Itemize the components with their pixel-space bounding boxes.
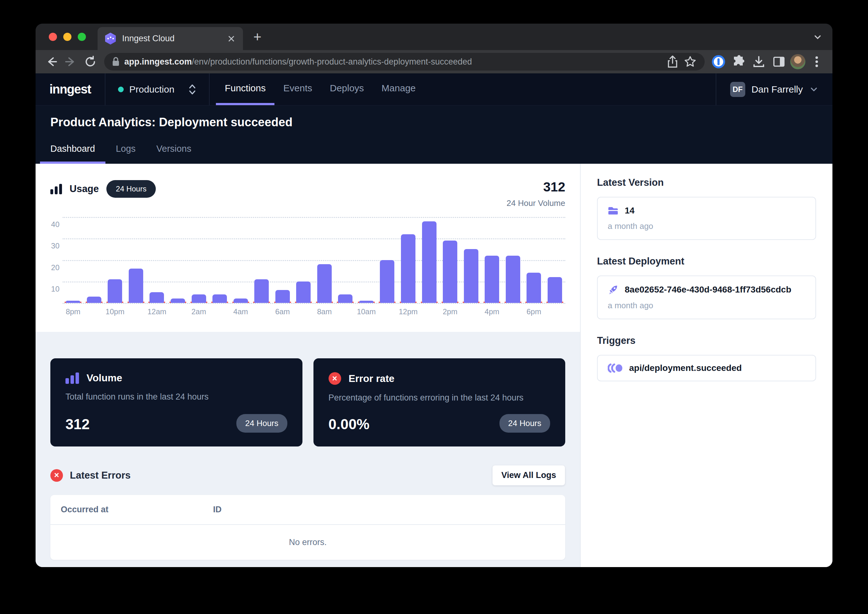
close-tab-icon[interactable] <box>227 35 236 43</box>
usage-bar <box>401 234 415 303</box>
tab-search-chevron-icon[interactable] <box>812 32 823 42</box>
latest-version-card[interactable]: 14 a month ago <box>597 197 816 240</box>
desktop: Inngest Cloud + app.inngest.com/env/prod… <box>0 0 868 614</box>
environment-switcher[interactable]: Production <box>105 73 209 105</box>
usage-chart-y-axis: 10203040 <box>50 207 63 303</box>
x-axis-tick <box>377 316 398 318</box>
side-panel-icon[interactable] <box>770 53 788 70</box>
main-column: Usage 24 Hours 312 24 Hour Volume 102030… <box>36 164 580 567</box>
zoom-window-button[interactable] <box>78 33 86 41</box>
minimize-window-button[interactable] <box>63 33 71 41</box>
usage-bar <box>108 279 122 303</box>
usage-chart-x-axis: 8pm10pm12am2am4am6am8am10am12pm2pm4pm6pm <box>63 303 565 318</box>
url-bar[interactable]: app.inngest.com/env/production/functions… <box>104 53 705 70</box>
errors-empty-state: No errors. <box>50 525 565 560</box>
nav-link-events[interactable]: Events <box>274 73 321 105</box>
event-trigger-icon <box>608 363 623 373</box>
bar-slot <box>356 207 377 303</box>
latest-errors-title: Latest Errors <box>70 470 130 481</box>
bar-slot <box>335 207 356 303</box>
errors-table: Occurred at ID No errors. <box>50 495 565 560</box>
usage-bar <box>380 260 394 303</box>
forward-button[interactable] <box>62 53 80 70</box>
url-path: /env/production/functions/growth-product… <box>192 57 472 67</box>
y-axis-tick: 10 <box>51 284 59 294</box>
x-axis-tick <box>126 316 147 318</box>
bar-slot <box>63 207 84 303</box>
reload-button[interactable] <box>82 53 99 70</box>
triggers-heading: Triggers <box>597 335 816 347</box>
bar-slot <box>544 207 566 303</box>
error-rate-description: Percentage of functions erroring in the … <box>329 393 550 403</box>
environment-status-dot <box>118 87 124 92</box>
close-window-button[interactable] <box>49 33 57 41</box>
x-axis-tick: 6pm <box>523 307 544 318</box>
error-rate-title: Error rate <box>349 373 395 384</box>
browser-menu-icon[interactable] <box>808 53 826 70</box>
user-initials-badge: DF <box>730 82 745 97</box>
url-host: app.inngest.com <box>124 57 192 67</box>
bar-slot <box>502 207 523 303</box>
latest-deployment-id: 8ae02652-746e-430d-9468-1ff73d56cdcb <box>625 284 791 295</box>
usage-bar <box>422 221 437 303</box>
y-axis-tick: 40 <box>51 220 59 229</box>
y-axis-tick: 20 <box>51 263 59 272</box>
error-rate-card: × Error rate Percentage of functions err… <box>313 358 566 446</box>
extensions-puzzle-icon[interactable] <box>730 53 747 70</box>
trigger-card[interactable]: api/deployment.succeeded <box>597 355 816 381</box>
latest-deployment-card[interactable]: 8ae02652-746e-430d-9468-1ff73d56cdcb a m… <box>597 275 816 319</box>
x-axis-tick: 8pm <box>63 307 84 318</box>
usage-chart-plot <box>63 207 565 303</box>
tab-versions[interactable]: Versions <box>146 144 202 164</box>
back-button[interactable] <box>42 53 60 70</box>
download-icon[interactable] <box>750 53 767 70</box>
nav-link-functions[interactable]: Functions <box>216 73 274 105</box>
usage-chart: 10203040 <box>50 207 565 303</box>
error-rate-value: 0.00% <box>329 416 369 433</box>
volume-description: Total function runs in the last 24 hours <box>65 392 287 402</box>
usage-bar <box>129 269 143 303</box>
bar-slot <box>377 207 398 303</box>
x-axis-tick: 2pm <box>440 307 461 318</box>
user-menu[interactable]: DF Dan Farrelly <box>716 73 832 105</box>
usage-bar <box>192 294 206 303</box>
volume-card: Volume Total function runs in the last 2… <box>50 358 302 446</box>
tab-logs[interactable]: Logs <box>105 144 146 164</box>
x-axis-tick <box>251 316 272 318</box>
nav-link-manage[interactable]: Manage <box>373 73 424 105</box>
usage-bar <box>338 294 352 303</box>
tab-dashboard[interactable]: Dashboard <box>40 144 105 164</box>
browser-tabstrip: Inngest Cloud + <box>36 23 832 50</box>
nav-link-deploys[interactable]: Deploys <box>321 73 373 105</box>
bar-slot <box>482 207 502 303</box>
bar-slot <box>251 207 272 303</box>
bar-slot <box>84 207 105 303</box>
bar-slot <box>209 207 230 303</box>
x-axis-tick: 10pm <box>104 307 126 318</box>
view-all-logs-button[interactable]: View All Logs <box>492 465 565 485</box>
x-axis-tick <box>460 316 482 318</box>
function-header: Product Analytics: Deployment succeeded … <box>36 105 832 164</box>
browser-tab[interactable]: Inngest Cloud <box>98 27 243 50</box>
inngest-logo[interactable]: inngest <box>36 73 105 105</box>
x-axis-tick: 4pm <box>482 307 502 318</box>
bar-slot <box>398 207 419 303</box>
usage-bar <box>234 298 248 303</box>
bookmark-star-icon[interactable] <box>681 53 699 70</box>
usage-title: Usage <box>70 183 99 194</box>
x-axis-tick: 4am <box>230 307 251 318</box>
usage-bar <box>275 290 290 303</box>
bar-slot <box>314 207 335 303</box>
latest-deployment-heading: Latest Deployment <box>597 256 816 267</box>
window-controls[interactable] <box>49 33 86 41</box>
inngest-favicon-icon <box>105 33 116 45</box>
new-tab-button[interactable]: + <box>253 30 262 44</box>
x-axis-tick: 2am <box>188 307 209 318</box>
onepassword-extension-icon[interactable] <box>710 53 727 70</box>
environment-caret-icon <box>188 83 196 96</box>
usage-bar <box>485 256 499 303</box>
page-tabs: Dashboard Logs Versions <box>40 144 202 164</box>
browser-profile-avatar[interactable] <box>790 54 805 69</box>
share-icon[interactable] <box>664 53 681 70</box>
usage-bar <box>254 279 269 303</box>
